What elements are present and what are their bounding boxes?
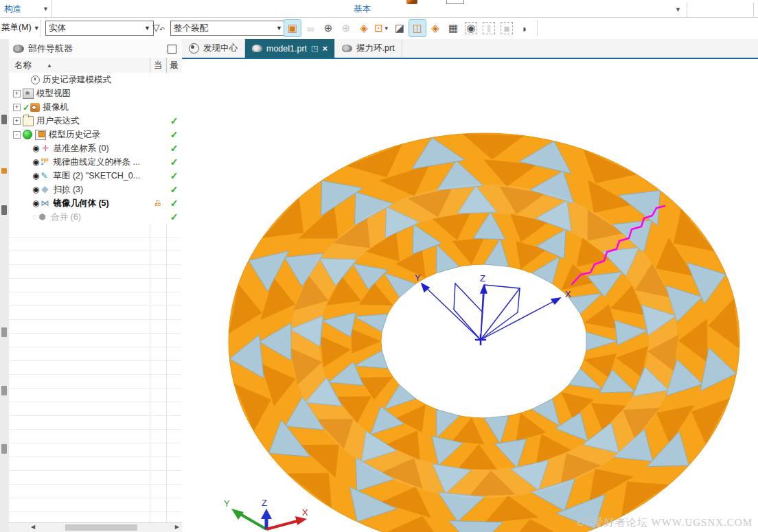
tab-label: 握力环.prt	[356, 43, 395, 54]
navigator-row[interactable]: ◉✛基准坐标系 (0)✓	[9, 141, 182, 155]
resource-bar-tab-icon[interactable]	[1, 327, 7, 337]
triad-z-label: Z	[262, 498, 267, 508]
close-tab-icon[interactable]: ×	[322, 43, 328, 54]
ribbon-partial-icon	[406, 0, 417, 4]
main-area: 发现中心 model1.prt ◳ × 握力环.prt	[182, 39, 758, 532]
visibility-eye-icon[interactable]: ◉	[32, 171, 39, 181]
hide-icon[interactable]: ◪	[391, 20, 408, 36]
feature-label: 摄像机	[43, 102, 69, 113]
navigator-row[interactable]: ◉❖扫掠 (3)✓	[9, 183, 182, 196]
panel-maximize-icon[interactable]	[168, 45, 176, 54]
recent-check-icon: ✓	[166, 129, 182, 140]
filter-reset-icon[interactable]: ▽↶	[152, 22, 166, 34]
model-canvas[interactable]: X Y Z Y Z X	[182, 59, 758, 532]
sort-ascending-icon[interactable]: ▲	[47, 62, 52, 69]
ribbon-dropdown-icon[interactable]: ▼	[675, 6, 681, 13]
navigator-row[interactable]: +✓摄像机	[9, 100, 182, 114]
part-navigator-icon	[13, 45, 24, 53]
ribbon-tab-construct[interactable]: 构造	[4, 3, 21, 15]
document-tabbar: 发现中心 model1.prt ◳ × 握力环.prt	[182, 39, 758, 59]
show-and-hide-icon[interactable]: ▣	[284, 20, 301, 36]
menu-button[interactable]: 菜单(M)▼	[1, 22, 40, 34]
scrollbar-thumb[interactable]	[65, 524, 137, 531]
visibility-eye-icon[interactable]: ◉	[32, 143, 39, 153]
construct-dropdown-icon[interactable]: ▼	[43, 5, 49, 12]
toolbar-separator	[537, 21, 538, 36]
column-header-current[interactable]: 当	[150, 60, 166, 71]
column-divider	[166, 58, 167, 73]
tab-discovery-center[interactable]: 发现中心	[182, 39, 245, 58]
navigator-row[interactable]: -模型历史记录✓	[9, 128, 182, 141]
navigator-header-row[interactable]: 名称 ▲ 当 最	[9, 58, 182, 73]
expand-icon[interactable]: +	[13, 104, 21, 111]
navigator-row[interactable]: ◉✎草图 (2) "SKETCH_0...✓	[9, 169, 182, 183]
show-icon[interactable]: ◫	[409, 20, 426, 36]
navigator-row[interactable]: +模型视图	[9, 86, 182, 100]
visibility-eye-icon[interactable]: ◉	[32, 185, 39, 194]
part-icon	[252, 45, 262, 52]
column-header-name[interactable]: 名称	[14, 60, 32, 71]
ribbon-separator	[753, 3, 754, 17]
feature-label: 规律曲线定义的样条 ...	[53, 157, 139, 168]
resource-bar-tab-icon[interactable]	[1, 386, 7, 395]
tab-model1[interactable]: model1.prt ◳ ×	[245, 39, 335, 58]
torus-model[interactable]	[229, 133, 739, 532]
camera-icon[interactable]: ▦	[445, 20, 461, 36]
ribbon-strip: 构造 ▼ 基本 ▼	[0, 0, 758, 18]
recent-check-icon: ✓	[166, 143, 182, 154]
recent-check-icon: ✓	[166, 115, 182, 126]
feature-label: 基准坐标系 (0)	[53, 143, 108, 154]
link-icon: ∞	[302, 20, 319, 36]
graphics-viewport[interactable]: X Y Z Y Z X UG爱好者论坛 WWW.UGSNX.C	[182, 59, 758, 532]
artistic-icon[interactable]: ◗	[516, 20, 533, 36]
resource-bar-tab-icon[interactable]	[1, 168, 7, 174]
type-filter-combobox[interactable]: 实体▼	[45, 21, 154, 36]
tab-grip-ring[interactable]: 握力环.prt	[335, 39, 402, 58]
move-to-layer-icon[interactable]: ⊕	[320, 20, 336, 36]
record-movie-icon[interactable]: ◉	[463, 20, 479, 36]
scroll-right-icon[interactable]: ▶	[175, 524, 179, 530]
navigator-row[interactable]: +用户表达式✓	[9, 114, 182, 128]
unite-feature-icon: ⬢	[38, 213, 48, 222]
scope-combobox[interactable]: 整个装配▼	[170, 21, 286, 36]
navigator-row[interactable]: ◉xyz≈规律曲线定义的样条 ...✓	[9, 155, 182, 169]
resource-bar-tab-icon[interactable]	[1, 444, 7, 454]
feature-label: 草图 (2) "SKETCH_0...	[53, 170, 140, 182]
toolbar-separator	[40, 20, 41, 37]
ribbon-separator	[51, 0, 52, 17]
wcs-triad[interactable]	[422, 284, 560, 345]
recent-check-icon: ✓	[166, 198, 182, 209]
navigator-row[interactable]: ◌⬢合并 (6)✓	[9, 210, 182, 224]
tab-label: model1.prt	[266, 44, 307, 54]
expand-icon[interactable]: +	[13, 117, 21, 125]
resource-bar-tab-icon[interactable]	[1, 205, 7, 215]
recent-check-icon: ✓	[166, 157, 182, 167]
navigator-row[interactable]: 历史记录建模模式	[9, 73, 182, 86]
show-and-hide-all-icon[interactable]: ◈	[427, 20, 444, 36]
collapse-icon[interactable]: -	[13, 131, 21, 139]
navigator-row[interactable]: ◉⋈镜像几何体 (5)品✓	[9, 196, 182, 210]
history-feature-icon	[35, 130, 46, 140]
camera-feature-icon	[30, 103, 40, 112]
folder-feature-icon	[23, 116, 34, 126]
resource-bar-tab-icon[interactable]	[1, 115, 7, 124]
expand-icon[interactable]: +	[13, 90, 21, 97]
sweep-feature-icon: ❖	[41, 185, 50, 194]
menu-dropdown-icon: ▼	[34, 25, 40, 32]
view-triad	[231, 509, 307, 529]
scroll-left-icon[interactable]: ◀	[31, 524, 35, 530]
visibility-eye-icon[interactable]: ◉	[32, 198, 39, 208]
part-icon	[342, 45, 352, 52]
navigator-horizontal-scrollbar[interactable]: ◀ ▶	[9, 522, 182, 532]
show-only-icon[interactable]: ◈	[356, 20, 372, 36]
region-select-icon[interactable]: ⊡▼	[374, 20, 390, 36]
ribbon-separator	[687, 3, 687, 17]
visibility-eye-icon[interactable]: ◌	[32, 212, 37, 222]
recent-check-icon: ✓	[166, 211, 182, 222]
part-navigator-titlebar: 部件导航器	[9, 39, 182, 58]
ribbon-tab-basic[interactable]: 基本	[354, 3, 371, 15]
column-header-recent[interactable]: 最	[166, 60, 182, 71]
feature-label: 模型视图	[36, 88, 71, 100]
resource-bar[interactable]	[0, 39, 10, 532]
visibility-eye-icon[interactable]: ◉	[32, 157, 39, 167]
